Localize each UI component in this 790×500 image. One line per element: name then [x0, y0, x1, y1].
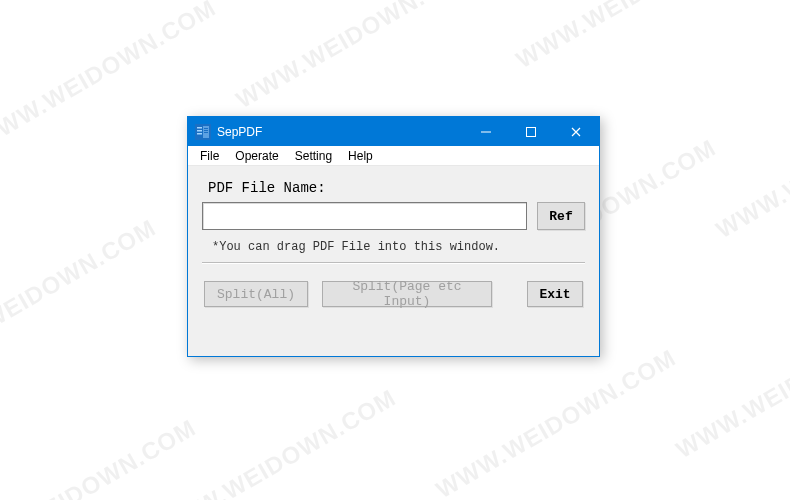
split-page-button[interactable]: Split(Page etc Input)	[322, 281, 492, 307]
close-button[interactable]	[553, 117, 599, 146]
svg-rect-2	[197, 130, 202, 132]
watermark: WWW.WEIDOWN.COM	[671, 304, 790, 464]
svg-rect-3	[197, 133, 202, 135]
svg-rect-7	[204, 132, 208, 133]
pdf-filename-input[interactable]	[202, 202, 527, 230]
watermark: WWW.WEIDOWN.COM	[511, 0, 761, 74]
titlebar[interactable]: SepPDF	[188, 117, 599, 146]
watermark: WWW.WEIDOWN.COM	[0, 214, 161, 374]
exit-button[interactable]: Exit	[527, 281, 583, 307]
pdf-filename-label: PDF File Name:	[208, 180, 585, 196]
app-window: SepPDF File Operate Setting Help PDF Fil…	[187, 116, 600, 357]
window-controls	[463, 117, 599, 146]
svg-rect-6	[204, 130, 208, 131]
svg-rect-5	[204, 128, 208, 129]
svg-rect-9	[526, 127, 535, 136]
svg-rect-1	[197, 127, 202, 129]
button-row: Split(All) Split(Page etc Input) Exit	[202, 281, 585, 307]
menu-operate[interactable]: Operate	[227, 147, 286, 165]
ref-button[interactable]: Ref	[537, 202, 585, 230]
watermark: WWW.WEIDOWN.COM	[431, 344, 681, 500]
watermark: WWW.WEIDOWN.COM	[231, 0, 481, 114]
menu-help[interactable]: Help	[340, 147, 381, 165]
maximize-button[interactable]	[508, 117, 553, 146]
menubar: File Operate Setting Help	[188, 146, 599, 166]
menu-file[interactable]: File	[192, 147, 227, 165]
svg-rect-8	[481, 131, 491, 132]
minimize-button[interactable]	[463, 117, 508, 146]
separator	[202, 262, 585, 263]
watermark: WWW.WEIDOWN.COM	[0, 414, 201, 500]
watermark: WWW.WEIDOWN.COM	[151, 384, 401, 500]
filename-row: Ref	[202, 202, 585, 230]
client-area: PDF File Name: Ref *You can drag PDF Fil…	[188, 166, 599, 319]
drag-hint: *You can drag PDF File into this window.	[212, 240, 585, 254]
split-all-button[interactable]: Split(All)	[204, 281, 308, 307]
window-title: SepPDF	[217, 125, 463, 139]
app-icon	[195, 124, 211, 140]
watermark: WWW.WEIDOWN.COM	[711, 84, 790, 244]
menu-setting[interactable]: Setting	[287, 147, 340, 165]
